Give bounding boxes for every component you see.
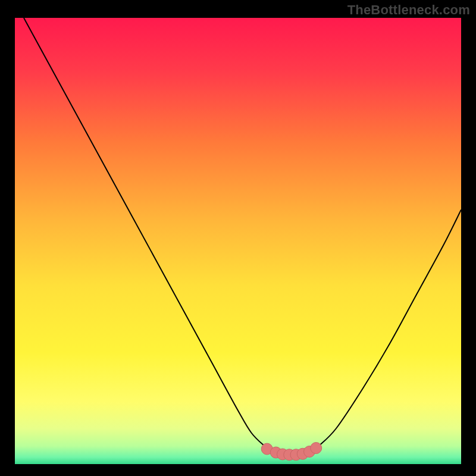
gradient-background [15, 18, 461, 464]
marker-dot [311, 443, 322, 454]
bottleneck-chart [15, 18, 461, 464]
watermark-text: TheBottleneck.com [347, 2, 470, 18]
plot-area [15, 18, 461, 464]
chart-stage: TheBottleneck.com [0, 0, 476, 476]
